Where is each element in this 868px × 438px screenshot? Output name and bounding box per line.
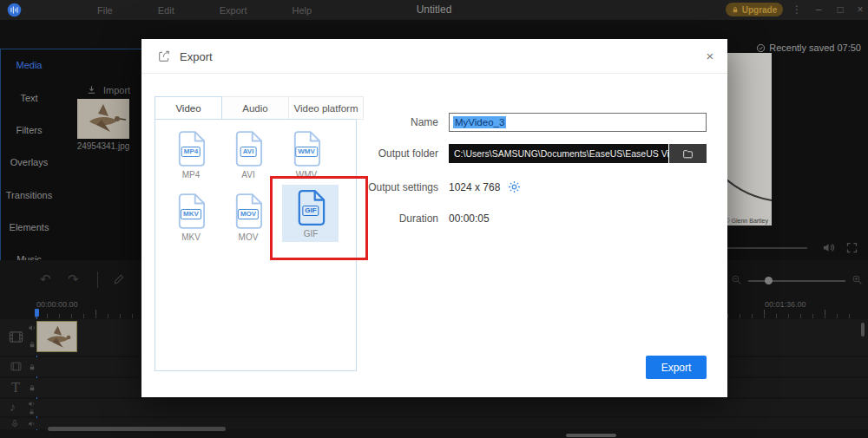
zoom-slider[interactable]	[748, 280, 845, 282]
music-track-icon: ♪	[10, 400, 16, 414]
lock-icon[interactable]	[29, 384, 36, 392]
sidebar-item-overlays[interactable]: Overlays	[1, 157, 57, 167]
speaker-icon[interactable]	[821, 241, 836, 254]
timeline-vertical-scrollbar[interactable]	[861, 323, 865, 337]
import-label: Import	[103, 85, 130, 95]
sidebar-item-filters[interactable]: Filters	[1, 125, 57, 135]
undo-button[interactable]: ↶	[40, 272, 51, 286]
mute-icon[interactable]	[28, 324, 36, 332]
more-menu-button[interactable]: ⋮	[788, 0, 806, 20]
import-icon	[86, 84, 97, 95]
sidebar-item-text[interactable]: Text	[1, 93, 57, 103]
output-folder-field[interactable]: C:\Users\SAMSUNG\Documents\EaseUS\EaseUS…	[449, 144, 668, 163]
zoom-in-icon[interactable]	[852, 274, 863, 285]
ruler-time-start: 00:00:00.00	[36, 300, 78, 309]
upgrade-button[interactable]: Upgrade	[726, 3, 783, 16]
zoom-slider-handle[interactable]	[765, 277, 773, 284]
upgrade-label: Upgrade	[742, 5, 778, 15]
name-input[interactable]: MyVideo_3	[449, 113, 707, 132]
output-settings-value: 1024 x 768	[449, 178, 500, 197]
menu-items: File Edit Export Help	[97, 0, 312, 20]
pip-track-icon	[10, 361, 23, 372]
menu-edit[interactable]: Edit	[158, 5, 174, 16]
browse-folder-button[interactable]	[669, 144, 707, 163]
close-window-button[interactable]: ×	[852, 0, 868, 20]
import-button[interactable]: Import	[86, 84, 130, 95]
output-settings-label: Output settings	[141, 178, 438, 197]
timeline-clip[interactable]	[36, 321, 77, 352]
duration-label: Duration	[141, 209, 438, 228]
music-track[interactable]: ♪	[0, 399, 868, 416]
app-window: File Edit Export Help Untitled Upgrade ⋮…	[0, 0, 868, 438]
video-track-icon	[8, 330, 24, 344]
format-caption: MOV	[220, 232, 277, 242]
name-value-selected: MyVideo_3	[453, 116, 506, 128]
lock-icon[interactable]	[29, 363, 36, 371]
media-thumbnail[interactable]	[77, 99, 129, 139]
output-folder-label: Output folder	[141, 144, 438, 163]
export-button[interactable]: Export	[646, 356, 707, 379]
maximize-button[interactable]: □	[832, 0, 849, 20]
format-caption: MKV	[162, 232, 220, 242]
name-label: Name	[141, 113, 438, 132]
recently-saved-status: Recently saved 07:50	[756, 42, 861, 53]
fullscreen-icon[interactable]	[845, 241, 859, 254]
redo-button[interactable]: ↷	[68, 272, 79, 286]
menu-help[interactable]: Help	[293, 5, 312, 16]
bottom-scroll-handle[interactable]	[566, 434, 616, 437]
duration-value: 00:00:05	[449, 209, 490, 228]
mute-icon[interactable]	[28, 420, 36, 428]
menu-bar: File Edit Export Help Untitled Upgrade ⋮…	[0, 0, 868, 20]
mute-icon[interactable]	[28, 400, 36, 408]
duck-image	[77, 99, 129, 139]
menu-file[interactable]: File	[97, 5, 113, 16]
export-icon	[157, 49, 171, 63]
settings-gear-icon[interactable]	[507, 180, 522, 194]
timeline-horizontal-scrollbar[interactable]	[48, 427, 226, 431]
format-caption: GIF	[282, 229, 339, 239]
minimize-button[interactable]: –	[810, 0, 827, 20]
lock-icon[interactable]	[29, 341, 36, 349]
app-logo-icon	[7, 3, 22, 17]
menu-export[interactable]: Export	[220, 5, 247, 16]
media-file-name: 24954341.jpg	[69, 141, 138, 151]
sidebar-item-transitions[interactable]: Transitions	[1, 190, 57, 200]
text-track-icon: T	[11, 380, 20, 396]
folder-icon	[681, 148, 694, 160]
sidebar-item-media[interactable]: Media	[1, 60, 57, 70]
dialog-close-button[interactable]: ×	[700, 47, 720, 66]
lock-icon[interactable]	[29, 409, 35, 415]
duck-clip-image	[37, 322, 77, 352]
toolbar-divider	[97, 271, 98, 288]
sidebar-item-elements[interactable]: Elements	[1, 222, 57, 232]
voiceover-track-icon	[10, 419, 19, 428]
dialog-header: Export ×	[141, 39, 727, 74]
edit-pencil-icon[interactable]	[113, 273, 125, 285]
lock-icon	[732, 6, 739, 14]
zoom-out-icon[interactable]	[731, 274, 742, 285]
dialog-title: Export	[180, 50, 213, 63]
watermark-text: © Glenn Bartley	[725, 218, 768, 224]
check-circle-icon	[756, 43, 766, 53]
export-dialog: Export × Video Audio Video platform MP4 …	[141, 39, 727, 397]
ruler-time-mid: 00:01:36.00	[765, 300, 806, 309]
